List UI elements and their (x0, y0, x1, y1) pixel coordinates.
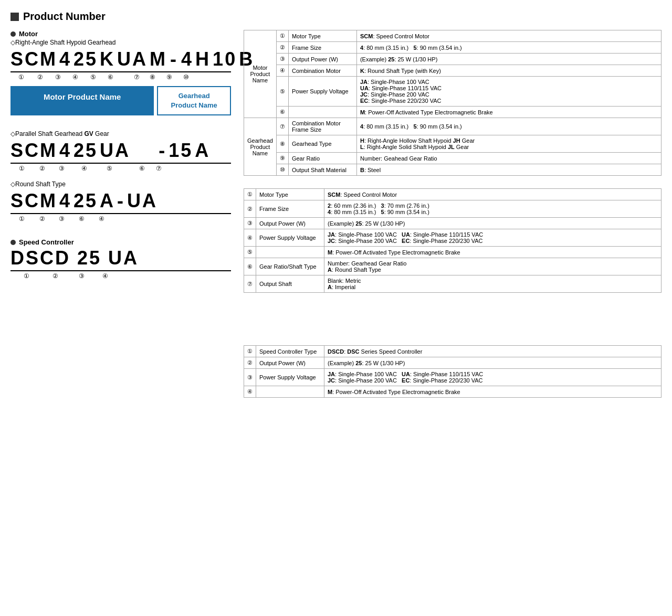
circles-row-4: ① ② ③ ④ (10, 272, 231, 280)
round-shaft-label: ◇Round Shaft Type (10, 180, 231, 188)
spec-table-1: MotorProductName ① Motor Type SCM: Speed… (244, 30, 662, 176)
table-row: ⑨ Gear Ratio Number: Geahead Gear Ratio (244, 153, 662, 164)
table-row: ① Motor Type SCM: Speed Control Motor (244, 189, 662, 200)
product-code-4: DSCD 25 UA (10, 247, 231, 271)
page-title: Product Number (23, 10, 106, 23)
table-row: ⑦ Output Shaft Blank: MetricA: Imperial (244, 275, 662, 293)
speed-ctrl-label: Speed Controller (19, 238, 74, 246)
table-row: ③ Output Power (W) (Example) 25: 25 W (1… (244, 54, 662, 65)
table-row: ② Output Power (W) (Example) 25: 25 W (1… (244, 357, 662, 369)
speed-ctrl-header: Speed Controller (10, 238, 231, 246)
table-row: ⑧ Gearhead Type H: Right-Angle Hollow Sh… (244, 135, 662, 153)
table-row: ⑥ M: Power-Off Activated Type Electromag… (244, 107, 662, 118)
product-code-2: SCM 4 25 UA __ - 15 A (10, 140, 231, 164)
table-row: ② Frame Size 2: 60 mm (2.36 in.) 3: 70 m… (244, 200, 662, 218)
parallel-label: ◇Parallel Shaft Gearhead GV Gear (10, 130, 231, 137)
page-title-row: Product Number (10, 10, 662, 23)
right-column: MotorProductName ① Motor Type SCM: Speed… (244, 30, 662, 398)
page-wrapper: Product Number Motor ◇Right-Angle Shaft … (10, 10, 662, 398)
left-column: Motor ◇Right-Angle Shaft Hypoid Gearhead… (10, 30, 231, 398)
circles-row-1: ① ② ③ ④ ⑤ ⑥ ⑦ ⑧ ⑨ ⑩ (10, 73, 231, 81)
spec-table-3: ① Speed Controller Type DSCD: DSC Series… (244, 345, 662, 398)
table-row: ③ Output Power (W) (Example) 25: 25 W (1… (244, 218, 662, 229)
table-row: GearheadProductName ⑦ Combination Motor … (244, 118, 662, 135)
parallel-section: ◇Parallel Shaft Gearhead GV Gear SCM 4 2… (10, 130, 231, 222)
table-row: ④ M: Power-Off Activated Type Electromag… (244, 386, 662, 398)
table-row: ⑥ Gear Ratio/Shaft Type Number: Gearhead… (244, 258, 662, 275)
table-row: ⑤ Power Supply Voltage JA: Single-Phase … (244, 77, 662, 107)
table-row: ④ Combination Motor K: Round Shaft Type … (244, 65, 662, 77)
motor-label: Motor (19, 30, 38, 38)
circles-row-3: ① ② ③ ⑥ ④ (10, 215, 231, 222)
product-code-1: SCM 4 25 K UA M - 4 H 10 B (10, 48, 231, 72)
table-row: ③ Power Supply Voltage JA: Single-Phase … (244, 369, 662, 386)
table-row: ④ Power Supply Voltage JA: Single-Phase … (244, 229, 662, 247)
table-row: MotorProductName ① Motor Type SCM: Speed… (244, 30, 662, 42)
circles-row-2: ① ② ③ ④ ⑤ ⑥ ⑦ (10, 165, 231, 172)
main-layout: Motor ◇Right-Angle Shaft Hypoid Gearhead… (10, 30, 662, 398)
product-code-3: SCM 4 25 A - UA (10, 190, 231, 214)
motor-product-name-box: Motor Product Name (10, 86, 154, 115)
round-shaft-section: ◇Round Shaft Type SCM 4 25 A - UA ① (10, 180, 231, 222)
speed-controller-section: Speed Controller DSCD 25 UA ① ② ③ ④ (10, 238, 231, 280)
spec-table-2: ① Motor Type SCM: Speed Control Motor ② … (244, 188, 662, 293)
table-row: ⑤ M: Power-Off Activated Type Electromag… (244, 247, 662, 258)
motor-bullet (10, 31, 16, 37)
right-angle-section: ◇Right-Angle Shaft Hypoid Gearhead SCM 4… (10, 39, 231, 222)
table-row: ② Frame Size 4: 80 mm (3.15 in.) 5: 90 m… (244, 42, 662, 54)
gearhead-product-name-box: GearheadProduct Name (157, 86, 231, 115)
title-square-icon (10, 13, 19, 21)
speed-ctrl-bullet (10, 240, 16, 245)
table-row: ① Speed Controller Type DSCD: DSC Series… (244, 346, 662, 357)
right-angle-label: ◇Right-Angle Shaft Hypoid Gearhead (10, 39, 231, 46)
name-boxes: Motor Product Name GearheadProduct Name (10, 86, 231, 115)
motor-header: Motor (10, 30, 231, 38)
table-row: ⑩ Output Shaft Material B: Steel (244, 164, 662, 176)
